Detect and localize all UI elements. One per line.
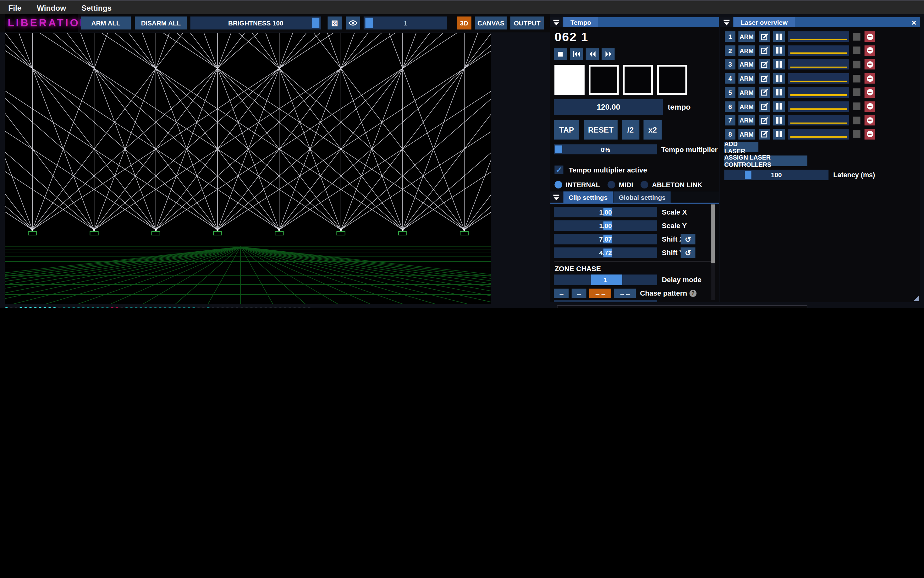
- laser-remove-button[interactable]: [865, 73, 875, 84]
- laser-edit-button[interactable]: [759, 31, 770, 42]
- latency-slider[interactable]: 100: [724, 170, 828, 180]
- laser-arm-button[interactable]: ARM: [738, 31, 755, 42]
- blackout-button[interactable]: ⊠: [328, 17, 342, 29]
- view-3d-button[interactable]: 3D: [457, 17, 472, 29]
- laser-number[interactable]: 6: [725, 101, 735, 112]
- disarm-all-button[interactable]: DISARM ALL: [135, 17, 187, 29]
- laser-pause-button[interactable]: [773, 87, 785, 98]
- close-icon[interactable]: ×: [911, 17, 916, 27]
- laser-edit-button[interactable]: [759, 115, 770, 126]
- rewind-button[interactable]: [586, 49, 599, 60]
- laser-pause-button[interactable]: [773, 59, 785, 70]
- laser-edit-button[interactable]: [759, 59, 770, 70]
- canvas-button[interactable]: CANVAS: [475, 17, 507, 29]
- tab-global-settings[interactable]: Global settings: [613, 191, 671, 203]
- brightness-slider-handle[interactable]: [312, 18, 319, 28]
- laser-number[interactable]: 5: [725, 87, 735, 98]
- laser-number[interactable]: 2: [725, 45, 735, 56]
- chase-pattern-left-right[interactable]: ←→: [589, 289, 611, 298]
- laser-remove-button[interactable]: [865, 31, 875, 42]
- view-scale-slider[interactable]: 1: [364, 17, 447, 29]
- laser-3d-preview[interactable]: [5, 33, 491, 304]
- stop-button[interactable]: [554, 49, 567, 60]
- laser-remove-button[interactable]: [865, 87, 875, 98]
- view-scale-handle[interactable]: [366, 18, 373, 28]
- laser-pause-button[interactable]: [773, 129, 785, 140]
- laser-pause-button[interactable]: [773, 101, 785, 112]
- menu-settings[interactable]: Settings: [81, 3, 112, 12]
- laser-remove-button[interactable]: [865, 115, 875, 126]
- laser-remove-button[interactable]: [865, 101, 875, 112]
- panel-filter-icon[interactable]: [720, 17, 733, 27]
- menu-file[interactable]: File: [8, 3, 21, 12]
- laser-edit-button[interactable]: [759, 87, 770, 98]
- tempo-button-reset[interactable]: RESET: [584, 120, 618, 140]
- laser-pause-button[interactable]: [773, 73, 785, 84]
- laser-number[interactable]: 4: [725, 73, 735, 84]
- panel-filter-icon[interactable]: [550, 17, 563, 27]
- laser-number[interactable]: 3: [725, 59, 735, 70]
- laser-pause-button[interactable]: [773, 115, 785, 126]
- arm-all-button[interactable]: ARM ALL: [81, 17, 131, 29]
- panel-filter-icon[interactable]: [550, 191, 563, 203]
- chase-pattern-right[interactable]: →: [554, 289, 569, 298]
- tempo-multiplier-handle[interactable]: [555, 145, 562, 153]
- delay-mode-slider[interactable]: 1: [554, 274, 657, 285]
- laser-pause-button[interactable]: [773, 45, 785, 56]
- tab-clip-settings[interactable]: Clip settings: [563, 191, 613, 203]
- preview-visibility-button[interactable]: [346, 17, 360, 29]
- laser-edit-button[interactable]: [759, 101, 770, 112]
- laser-edit-button[interactable]: [759, 73, 770, 84]
- tempo-slider[interactable]: 120.00: [554, 99, 663, 115]
- sync-option[interactable]: ABLETON LINK: [641, 181, 703, 188]
- laser-pause-button[interactable]: [773, 31, 785, 42]
- laser-panel-titlebar[interactable]: Laser overview ×: [720, 17, 920, 27]
- radio-icon[interactable]: [555, 181, 562, 188]
- laser-remove-button[interactable]: [865, 129, 875, 140]
- assign-laser-controllers-button[interactable]: ASSIGN LASER CONTROLLERS: [724, 156, 807, 166]
- slider-shift-y[interactable]: 4.72: [554, 248, 657, 258]
- radio-icon[interactable]: [607, 181, 615, 188]
- sync-option[interactable]: MIDI: [607, 181, 633, 188]
- brightness-slider[interactable]: BRIGHTNESS 100: [190, 17, 321, 29]
- chase-pattern-left[interactable]: ←: [572, 289, 586, 298]
- tempo-button-2[interactable]: /2: [621, 120, 639, 140]
- sync-option[interactable]: INTERNAL: [555, 181, 600, 188]
- laser-overview-tab[interactable]: Laser overview: [734, 17, 794, 27]
- tempo-multiplier-slider[interactable]: 0%: [554, 144, 657, 154]
- tempo-button-tap[interactable]: TAP: [554, 120, 579, 140]
- output-button[interactable]: OUTPUT: [511, 17, 544, 29]
- menu-window[interactable]: Window: [37, 3, 66, 12]
- chase-pattern-right-left[interactable]: →←: [614, 289, 636, 298]
- tempo-panel-titlebar[interactable]: Tempo: [550, 17, 719, 27]
- laser-arm-button[interactable]: ARM: [738, 59, 755, 70]
- scrollbar-thumb[interactable]: [711, 205, 715, 263]
- slider-scale-x[interactable]: 1.00: [554, 207, 657, 218]
- tempo-button-x2[interactable]: x2: [644, 120, 662, 140]
- reset-button[interactable]: ↺: [681, 248, 696, 258]
- laser-number[interactable]: 7: [725, 115, 735, 126]
- laser-remove-button[interactable]: [865, 45, 875, 56]
- tempo-tab[interactable]: Tempo: [563, 17, 599, 27]
- radio-icon[interactable]: [641, 181, 648, 188]
- slider-shift-x[interactable]: 7.87: [554, 234, 657, 244]
- help-icon[interactable]: ?: [690, 290, 697, 297]
- laser-edit-button[interactable]: [759, 129, 770, 140]
- laser-edit-button[interactable]: [759, 45, 770, 56]
- fast-forward-button[interactable]: [602, 49, 615, 60]
- laser-arm-button[interactable]: ARM: [738, 129, 755, 140]
- laser-arm-button[interactable]: ARM: [738, 87, 755, 98]
- add-laser-button[interactable]: ADD LASER: [724, 142, 758, 152]
- laser-remove-button[interactable]: [865, 59, 875, 70]
- laser-number[interactable]: 8: [725, 129, 735, 140]
- tempo-multiplier-active-checkbox[interactable]: ✓: [555, 166, 563, 174]
- laser-number[interactable]: 1: [725, 31, 735, 42]
- laser-arm-button[interactable]: ARM: [738, 73, 755, 84]
- skip-to-start-button[interactable]: [570, 49, 583, 60]
- laser-arm-button[interactable]: ARM: [738, 115, 755, 126]
- laser-arm-button[interactable]: ARM: [738, 101, 755, 112]
- slider-scale-y[interactable]: 1.00: [554, 220, 657, 231]
- reset-button[interactable]: ↺: [681, 234, 696, 244]
- latency-handle[interactable]: [745, 171, 752, 179]
- scrollbar[interactable]: [711, 205, 715, 300]
